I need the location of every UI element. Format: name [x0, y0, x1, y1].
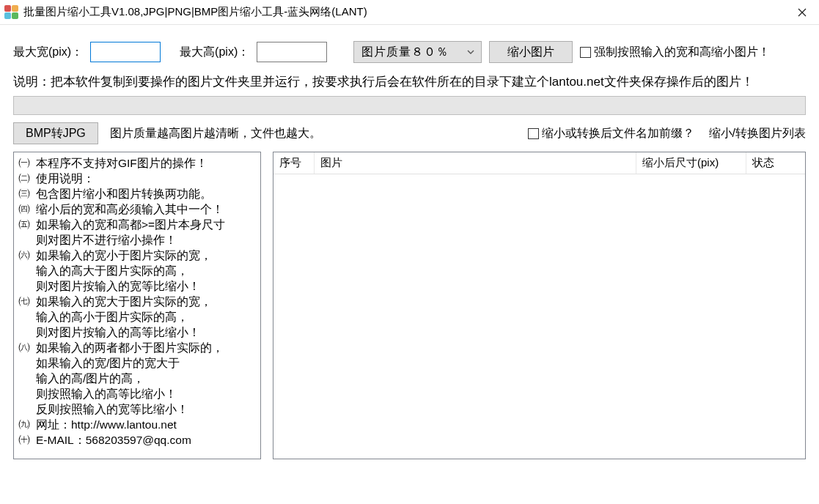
close-button[interactable] [785, 0, 819, 25]
max-height-input[interactable] [257, 42, 327, 62]
help-line: ㈥如果输入的宽小于图片实际的宽， [18, 248, 256, 263]
col-image[interactable]: 图片 [315, 152, 636, 174]
help-text: 如果输入的宽大于图片实际的宽， [36, 294, 256, 309]
help-bullet: ㈦ [18, 294, 36, 309]
max-width-label: 最大宽(pix)： [13, 45, 83, 60]
help-text-cont: 如果输入的宽/图片的宽大于 [18, 355, 256, 371]
max-height-label: 最大高(pix)： [180, 45, 249, 60]
titlebar: 批量图片缩小工具V1.08,JPG|PNG|BMP图片缩小工具-蓝头网络(LAN… [0, 0, 819, 25]
prefix-checkbox[interactable]: 缩小或转换后文件名加前缀？ [528, 126, 694, 141]
help-bullet: ㈧ [18, 340, 36, 355]
force-size-checkbox[interactable]: 强制按照输入的宽和高缩小图片！ [580, 45, 770, 60]
shrink-button-label: 缩小图片 [507, 45, 554, 60]
help-bullet: ㈤ [18, 217, 36, 232]
description-text: 说明：把本软件复制到要操作的图片文件夹里并运行，按要求执行后会在软件所在的目录下… [13, 73, 806, 90]
force-size-checkbox-label: 强制按照输入的宽和高缩小图片！ [594, 45, 770, 60]
shrink-button[interactable]: 缩小图片 [489, 41, 573, 63]
prefix-checkbox-label: 缩小或转换后文件名加前缀？ [542, 126, 694, 141]
help-text-cont: 输入的高/图片的高， [18, 371, 256, 386]
help-line: ㈧如果输入的两者都小于图片实际的， [18, 340, 256, 355]
checkbox-icon [580, 47, 591, 58]
window-title: 批量图片缩小工具V1.08,JPG|PNG|BMP图片缩小工具-蓝头网络(LAN… [23, 5, 367, 19]
bmp-to-jpg-button-label: BMP转JPG [26, 126, 86, 141]
help-text: 使用说明： [36, 171, 256, 186]
app-icon [4, 5, 19, 20]
help-line: ㈡使用说明： [18, 171, 256, 186]
help-text-cont: 则按照输入的高等比缩小！ [18, 386, 256, 401]
col-index[interactable]: 序号 [273, 152, 315, 174]
help-text-cont: 反则按照输入的宽等比缩小！ [18, 401, 256, 417]
help-bullet: ㈩ [18, 432, 36, 448]
help-text: 如果输入的宽和高都>=图片本身尺寸 [36, 217, 256, 232]
help-text-cont: 输入的高大于图片实际的高， [18, 263, 256, 278]
close-icon [798, 8, 807, 17]
help-text: 如果输入的两者都小于图片实际的， [36, 340, 256, 355]
help-text: E-MAIL：568203597@qq.com [36, 432, 256, 448]
help-line: ㈣缩小后的宽和高必须输入其中一个！ [18, 201, 256, 217]
controls-row: 最大宽(pix)： 最大高(pix)： 图片质量８０％ 缩小图片 强制按照输入的… [13, 41, 806, 63]
help-text-cont: 则对图片按输入的宽等比缩小！ [18, 278, 256, 294]
col-status[interactable]: 状态 [746, 152, 805, 174]
panels: ㈠本程序不支持对GIF图片的操作！㈡使用说明：㈢包含图片缩小和图片转换两功能。㈣… [13, 152, 806, 459]
help-line: ㈢包含图片缩小和图片转换两功能。 [18, 186, 256, 201]
help-line: ㈤如果输入的宽和高都>=图片本身尺寸 [18, 217, 256, 232]
help-text-cont: 输入的高小于图片实际的高， [18, 309, 256, 325]
help-line: ㈠本程序不支持对GIF图片的操作！ [18, 155, 256, 171]
list-caption: 缩小/转换图片列表 [709, 126, 806, 141]
bmp-to-jpg-button[interactable]: BMP转JPG [13, 122, 98, 144]
grid-header: 序号 图片 缩小后尺寸(pix) 状态 [273, 152, 805, 174]
help-bullet: ㈢ [18, 186, 36, 201]
quality-hint: 图片质量越高图片越清晰，文件也越大。 [110, 126, 321, 141]
help-text-cont: 则对图片按输入的高等比缩小！ [18, 325, 256, 340]
max-width-input[interactable] [90, 42, 161, 62]
progress-bar [13, 96, 806, 115]
help-line: ㈦如果输入的宽大于图片实际的宽， [18, 294, 256, 309]
help-bullet: ㈨ [18, 417, 36, 432]
col-size[interactable]: 缩小后尺寸(pix) [636, 152, 746, 174]
help-panel: ㈠本程序不支持对GIF图片的操作！㈡使用说明：㈢包含图片缩小和图片转换两功能。㈣… [13, 152, 261, 459]
help-bullet: ㈡ [18, 171, 36, 186]
quality-combo[interactable]: 图片质量８０％ [353, 41, 482, 63]
help-text: 网址：http://www.lantou.net [36, 417, 256, 432]
quality-combo-label: 图片质量８０％ [361, 45, 449, 60]
help-line: ㈨网址：http://www.lantou.net [18, 417, 256, 432]
help-bullet: ㈠ [18, 155, 36, 171]
result-grid[interactable]: 序号 图片 缩小后尺寸(pix) 状态 [273, 152, 806, 459]
help-bullet: ㈥ [18, 248, 36, 263]
help-text: 如果输入的宽小于图片实际的宽， [36, 248, 256, 263]
chevron-down-icon [466, 48, 475, 56]
help-text: 包含图片缩小和图片转换两功能。 [36, 186, 256, 201]
secondary-row: BMP转JPG 图片质量越高图片越清晰，文件也越大。 缩小或转换后文件名加前缀？… [13, 122, 806, 144]
help-line: ㈩E-MAIL：568203597@qq.com [18, 432, 256, 448]
help-text: 本程序不支持对GIF图片的操作！ [36, 155, 256, 171]
help-text: 缩小后的宽和高必须输入其中一个！ [36, 201, 256, 217]
help-bullet: ㈣ [18, 201, 36, 217]
help-text-cont: 则对图片不进行缩小操作！ [18, 232, 256, 248]
checkbox-icon [528, 128, 539, 139]
